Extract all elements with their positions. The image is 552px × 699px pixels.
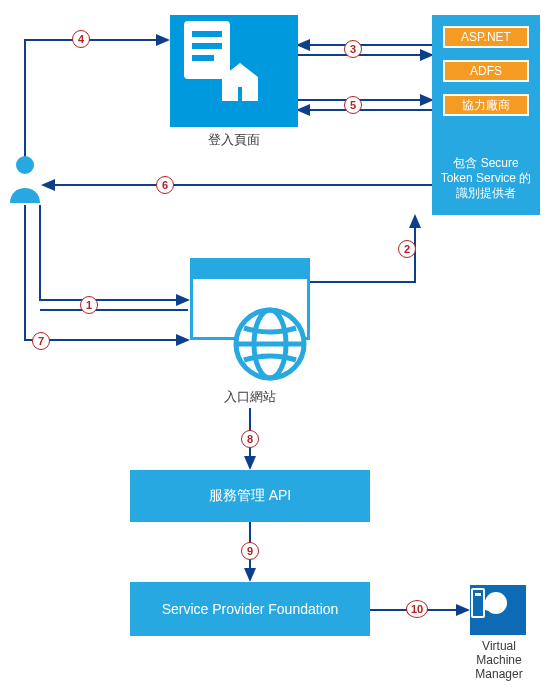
svg-rect-9 xyxy=(475,593,481,596)
step-3: 3 xyxy=(344,40,362,58)
step-5: 5 xyxy=(344,96,362,114)
step-9: 9 xyxy=(241,542,259,560)
login-page-doc-icon xyxy=(170,15,260,105)
vmm-icon xyxy=(470,585,510,621)
spf-label: Service Provider Foundation xyxy=(162,601,339,617)
idp-item-partner: 協力廠商 xyxy=(443,94,529,116)
vmm-label: Virtual Machine Manager xyxy=(462,640,536,681)
step-4: 4 xyxy=(72,30,90,48)
step-7: 7 xyxy=(32,332,50,350)
step-1: 1 xyxy=(80,296,98,314)
idp-item-adfs-label: ADFS xyxy=(470,64,502,78)
svg-point-0 xyxy=(16,156,34,174)
svg-rect-2 xyxy=(192,31,222,37)
svg-rect-4 xyxy=(192,55,214,61)
idp-item-adfs: ADFS xyxy=(443,60,529,82)
step-6: 6 xyxy=(156,176,174,194)
api-box: 服務管理 API xyxy=(130,470,370,522)
step-10: 10 xyxy=(406,600,428,618)
identity-provider-label: 包含 Secure Token Service 的識別提供者 xyxy=(438,156,534,201)
idp-item-aspnet: ASP.NET xyxy=(443,26,529,48)
globe-icon xyxy=(232,306,308,382)
step-2: 2 xyxy=(398,240,416,258)
login-page-tile xyxy=(170,15,298,127)
idp-item-aspnet-label: ASP.NET xyxy=(461,30,511,44)
vmm-tile xyxy=(470,585,526,635)
portal-label: 入口網站 xyxy=(190,390,310,405)
api-label: 服務管理 API xyxy=(209,487,291,505)
svg-rect-3 xyxy=(192,43,222,49)
step-8: 8 xyxy=(241,430,259,448)
login-page-label: 登入頁面 xyxy=(170,133,298,148)
portal-tile xyxy=(190,258,310,378)
vmm-label-text: Virtual Machine Manager xyxy=(475,639,522,681)
svg-point-11 xyxy=(483,599,495,611)
user-icon xyxy=(8,155,42,203)
idp-item-partner-label: 協力廠商 xyxy=(462,97,510,114)
spf-box: Service Provider Foundation xyxy=(130,582,370,636)
svg-rect-1 xyxy=(184,21,230,79)
